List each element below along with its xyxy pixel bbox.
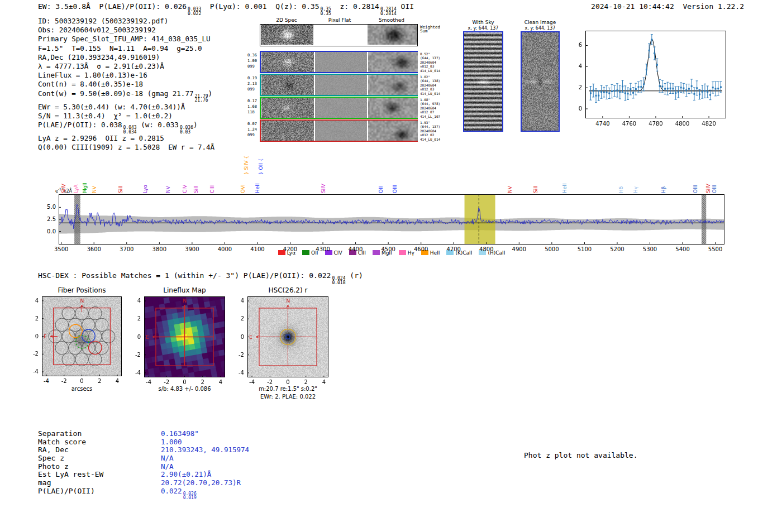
emission-line-label: HeII: [255, 183, 260, 193]
meta-line: 20240604: [420, 60, 445, 64]
spec2d-row-meta: 1.02"(644, 138)20240604v012_03414_LU_014: [420, 75, 445, 95]
uncertainty-range: 0.0330.022: [188, 7, 201, 16]
text-segment: Cont(n) = 8.40(±0.35)e-18: [38, 80, 143, 88]
axis-tick-label: 4740: [594, 121, 611, 127]
meta-line: v012_03: [420, 87, 445, 91]
lower-uncertainty: 0.2814: [380, 12, 397, 16]
text-segment: LyA z = 2.9296 OII z = 0.2815: [38, 134, 164, 142]
spec2d-flat-image-row4: [315, 121, 367, 141]
axis-tick-label: 3600: [83, 246, 105, 252]
info-line: Obs: 20240604v012_5003239192: [38, 26, 214, 35]
axis-tick-label: 4: [316, 379, 332, 385]
clean-image-title: Clean Image: [517, 20, 564, 25]
table-row: mag20.72(20.70,20.73)R: [38, 477, 249, 485]
weight-value: 118: [247, 109, 259, 115]
axis-tick-label: 5400: [671, 246, 694, 252]
spec2d-row-box: [260, 74, 418, 96]
fiber-positions-title: Fiber Positions: [42, 286, 122, 294]
weight-value: 1.68: [247, 104, 259, 109]
meta-line: 1.53": [420, 121, 445, 124]
axis-tick-label: 5200: [606, 246, 628, 252]
info-line: S/N = 11.3(±0.4) χ² = 1.0(±0.2): [38, 112, 214, 121]
meta-line: 0.52": [420, 52, 445, 56]
uncertainty-range: 0.0260.019: [183, 492, 197, 500]
axis-tick-label: 2: [131, 315, 141, 322]
text-segment: Primary Spec_Slot_IFU_AMP: 414_038_035_L…: [38, 35, 211, 43]
spec2d-sm-image-row4: [368, 121, 418, 141]
table-row: RA, Dec210.393243, 49.915974: [38, 444, 249, 452]
spec2d-flat-image-row1: [315, 52, 367, 72]
spec2d-spec-image-row0: [261, 25, 313, 45]
emission-line-label: SiIV: [321, 184, 326, 193]
axis-tick-label: 0: [280, 379, 297, 385]
text-segment: EW: 3.5±0.8Å P(LAE)/P(OII): 0.026: [38, 2, 187, 11]
info-line: Primary Spec_Slot_IFU_AMP: 414_038_035_L…: [38, 35, 214, 44]
meta-line: 20240604: [420, 83, 445, 87]
axis-tick-label: 4: [573, 63, 582, 69]
lower-uncertainty: 0.018: [332, 281, 345, 285]
emission-line-label: SiII: [193, 185, 199, 193]
lower-uncertainty: 0.019: [183, 496, 197, 500]
emission-line-label: OII: [378, 186, 384, 193]
spec2d-spec-image-row1: [261, 52, 314, 72]
text-segment: 210.393243, 49.915974: [161, 445, 249, 454]
spec2d-row-meta: 1.08"(644, 978)20240604v012_07414_LL_107: [420, 98, 445, 118]
emission-line-label: } SiIV {: [244, 156, 249, 175]
axis-tick-label: 2.5: [41, 216, 56, 222]
hsc-r-cutout: [247, 296, 328, 377]
spec2d-row-box: [260, 119, 418, 142]
summary-stats-header: EW: 3.5±0.8Å P(LAE)/P(OII): 0.0260.0330.…: [38, 2, 414, 16]
axis-tick-label: -2: [158, 379, 175, 385]
emission-line-label: SiIV: [61, 184, 66, 193]
text-segment: 0.022: [161, 487, 182, 495]
text-segment: (w: 0.033: [137, 121, 179, 129]
lower-uncertainty: 0.034: [123, 130, 137, 135]
emission-line-label: NV: [507, 186, 513, 193]
info-line: λ = 4777.13Å σ = 2.91(±0.23)Å: [38, 62, 214, 71]
text-segment: Cont(w) = 9.50(±0.09)e-18 (gmag 21.77: [38, 89, 193, 98]
lower-uncertainty: 0.022: [188, 12, 201, 16]
axis-tick-label: 2: [234, 315, 244, 322]
spec2d-col-title-pixelflat: Pixel Flat: [317, 17, 362, 23]
photz-unavailable-note: Phot z plot not available.: [524, 451, 638, 459]
text-segment: HSC-DEX : Possible Matches = 1 (within +…: [38, 271, 331, 280]
clean-image: [522, 32, 559, 131]
match-field-label: P(LAE)/P(OII): [38, 487, 161, 495]
axis-tick-label: 4000: [213, 246, 236, 252]
legend-label: CIV: [334, 250, 342, 256]
emission-line-label: LyA: [73, 184, 79, 193]
axis-tick-label: 3500: [50, 246, 73, 252]
axis-tick-label: 4400: [345, 246, 367, 252]
timestamp-version: 2024-10-21 10:44:42 Version 1.22.2: [559, 2, 744, 11]
line-fit-zoom-chart: [585, 31, 726, 118]
catalog-match-table: Separation0.163498"Match score1.000RA, D…: [38, 428, 249, 493]
spec2d-row-meta: 1.53"(644, 137)20240604v012_02414_LU_014: [420, 121, 445, 141]
weight-value: 0.17: [247, 98, 259, 104]
fiber-positions-xlabel: arcsecs: [42, 386, 122, 392]
uncertainty-range: 0.0240.018: [332, 276, 345, 285]
info-line: LineFlux = 1.80(±0.13)e-16: [38, 71, 214, 80]
lower-uncertainty: 0.03: [180, 130, 193, 135]
axis-tick-label: -4: [234, 370, 244, 376]
axis-tick-label: 3800: [148, 246, 170, 252]
meta-line: 1.02": [420, 75, 445, 79]
axis-tick-label: 4800: [674, 121, 691, 127]
axis-tick-label: 0: [131, 334, 141, 340]
axis-tick-label: 5.0: [41, 204, 56, 210]
spec2d-row-box: [260, 51, 418, 73]
legend-swatch: [399, 250, 406, 255]
meta-line: 414_LU_014: [420, 92, 445, 95]
detection-info-block: ID: 5003239192 (5003239192.pdf)Obs: 2024…: [38, 17, 214, 152]
text-segment: Q(0.00) CIII(1909) z = 1.5028 EW r = 7.4…: [38, 143, 214, 151]
with-sky-frame: [463, 31, 503, 132]
emission-line-label: SiII: [533, 185, 538, 193]
text-segment: EWr = 5.30(±0.44) (w: 4.70(±0.34))Å: [38, 103, 185, 111]
text-segment: ): [208, 89, 213, 98]
text-segment: ): [193, 121, 198, 129]
axis-tick-label: 2: [91, 378, 108, 384]
fiber-positions-cutout: [42, 296, 122, 376]
axis-tick-label: 2: [194, 379, 211, 385]
emission-line-label: OIII: [392, 185, 398, 193]
emission-line-label: CIII: [209, 185, 215, 193]
emission-line-label: OVI: [240, 184, 246, 193]
